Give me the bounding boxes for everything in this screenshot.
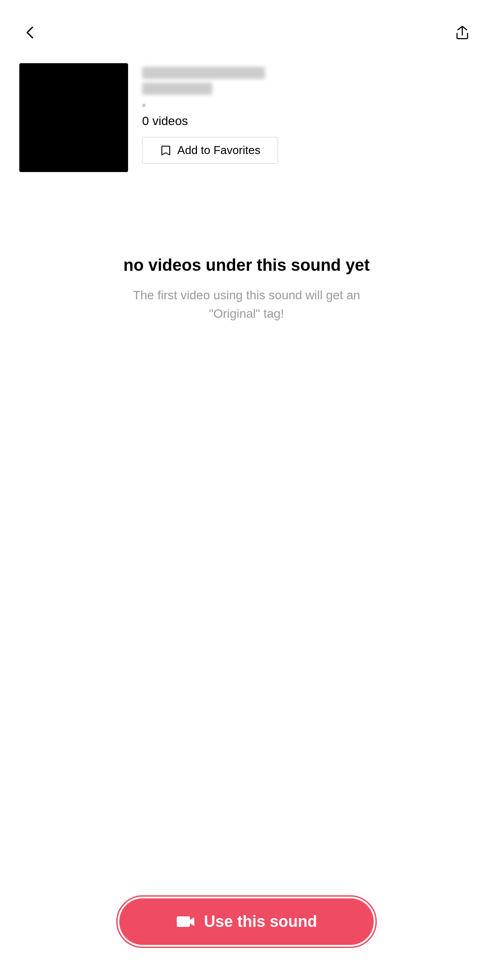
- svg-rect-0: [177, 916, 190, 927]
- use-sound-label: Use this sound: [204, 912, 317, 931]
- video-count-number: 0: [142, 114, 149, 128]
- camera-icon: [176, 914, 195, 930]
- add-to-favorites-button[interactable]: Add to Favorites: [142, 137, 278, 164]
- sound-title-line-2: [142, 83, 212, 95]
- sound-details: 0 videos Add to Favorites: [142, 63, 474, 164]
- add-to-favorites-label: Add to Favorites: [177, 144, 260, 157]
- dot-indicator: [142, 104, 146, 107]
- use-this-sound-button[interactable]: Use this sound: [119, 898, 374, 945]
- video-count-label: videos: [153, 114, 188, 128]
- album-art: [19, 63, 128, 172]
- empty-state-section: no videos under this sound yet The first…: [0, 220, 493, 341]
- sound-title-line-1: [142, 67, 265, 79]
- video-count: 0 videos: [142, 114, 474, 128]
- sound-title-blurred: [142, 67, 474, 95]
- sound-info-section: 0 videos Add to Favorites: [0, 54, 493, 185]
- empty-state-subtitle: The first video using this sound will ge…: [132, 286, 361, 323]
- bottom-action-area: Use this sound: [0, 898, 493, 945]
- empty-state-title: no videos under this sound yet: [123, 255, 370, 276]
- top-navigation: [0, 0, 493, 54]
- bookmark-icon: [160, 144, 172, 157]
- share-button[interactable]: [451, 21, 474, 44]
- back-button[interactable]: [19, 21, 42, 44]
